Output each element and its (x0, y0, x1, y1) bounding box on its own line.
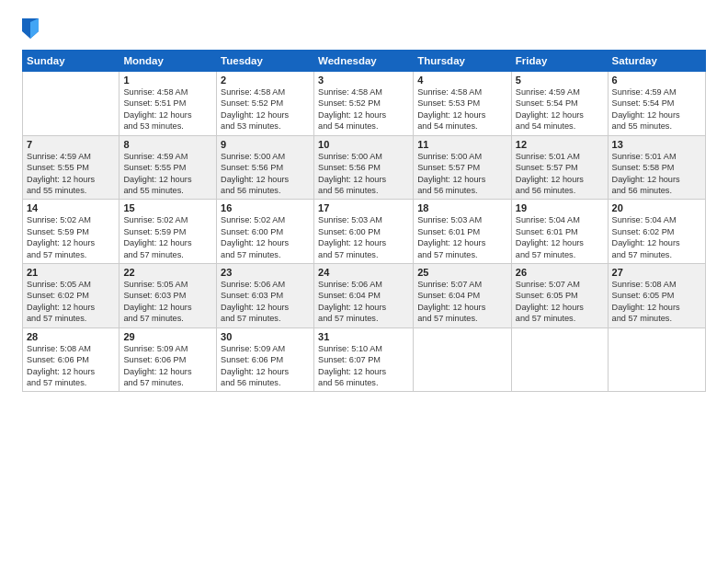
calendar-day-cell: 19Sunrise: 5:04 AM Sunset: 6:01 PM Dayli… (511, 200, 608, 264)
calendar-day-cell: 9Sunrise: 5:00 AM Sunset: 5:56 PM Daylig… (217, 135, 314, 200)
day-number: 13 (612, 139, 701, 150)
day-number: 9 (221, 139, 310, 150)
day-info: Sunrise: 4:59 AM Sunset: 5:55 PM Dayligh… (27, 151, 115, 197)
page: Sunday Monday Tuesday Wednesday Thursday… (0, 0, 728, 563)
day-number: 12 (516, 139, 604, 150)
day-info: Sunrise: 5:04 AM Sunset: 6:01 PM Dayligh… (516, 214, 604, 260)
calendar-week-row: 14Sunrise: 5:02 AM Sunset: 5:59 PM Dayli… (23, 200, 706, 264)
day-number: 3 (318, 75, 409, 86)
day-info: Sunrise: 5:08 AM Sunset: 6:06 PM Dayligh… (27, 343, 115, 389)
day-number: 25 (417, 267, 507, 278)
day-number: 8 (123, 139, 212, 150)
day-info: Sunrise: 5:09 AM Sunset: 6:06 PM Dayligh… (221, 343, 310, 389)
calendar-day-cell: 30Sunrise: 5:09 AM Sunset: 6:06 PM Dayli… (217, 327, 314, 392)
calendar-day-cell: 16Sunrise: 5:02 AM Sunset: 6:00 PM Dayli… (217, 200, 314, 264)
day-info: Sunrise: 5:05 AM Sunset: 6:02 PM Dayligh… (27, 279, 115, 325)
day-number: 7 (27, 139, 115, 150)
day-number: 6 (612, 75, 701, 86)
day-number: 1 (123, 75, 212, 86)
day-info: Sunrise: 4:59 AM Sunset: 5:54 PM Dayligh… (612, 86, 701, 132)
calendar-day-cell: 21Sunrise: 5:05 AM Sunset: 6:02 PM Dayli… (23, 264, 119, 328)
calendar-day-cell (511, 327, 608, 392)
day-number: 4 (417, 75, 507, 86)
day-number: 21 (27, 267, 115, 278)
day-info: Sunrise: 5:01 AM Sunset: 5:57 PM Dayligh… (516, 151, 604, 197)
calendar-day-cell: 29Sunrise: 5:09 AM Sunset: 6:06 PM Dayli… (119, 327, 217, 392)
calendar-day-cell: 2Sunrise: 4:58 AM Sunset: 5:52 PM Daylig… (217, 72, 314, 136)
day-number: 26 (516, 267, 604, 278)
calendar-day-cell: 26Sunrise: 5:07 AM Sunset: 6:05 PM Dayli… (511, 264, 608, 328)
col-thursday: Thursday (414, 51, 512, 72)
logo (22, 18, 41, 39)
day-number: 20 (612, 202, 701, 213)
day-info: Sunrise: 5:07 AM Sunset: 6:04 PM Dayligh… (417, 279, 507, 325)
calendar-day-cell: 15Sunrise: 5:02 AM Sunset: 5:59 PM Dayli… (119, 200, 217, 264)
day-info: Sunrise: 4:58 AM Sunset: 5:52 PM Dayligh… (318, 86, 409, 132)
calendar-day-cell: 12Sunrise: 5:01 AM Sunset: 5:57 PM Dayli… (511, 135, 608, 200)
day-info: Sunrise: 5:02 AM Sunset: 5:59 PM Dayligh… (123, 214, 212, 260)
calendar-day-cell: 23Sunrise: 5:06 AM Sunset: 6:03 PM Dayli… (217, 264, 314, 328)
day-number: 14 (27, 202, 115, 213)
calendar-day-cell: 28Sunrise: 5:08 AM Sunset: 6:06 PM Dayli… (23, 327, 119, 392)
day-info: Sunrise: 4:58 AM Sunset: 5:53 PM Dayligh… (417, 86, 507, 132)
day-info: Sunrise: 5:09 AM Sunset: 6:06 PM Dayligh… (123, 343, 212, 389)
calendar-day-cell: 5Sunrise: 4:59 AM Sunset: 5:54 PM Daylig… (511, 72, 608, 136)
calendar-day-cell: 8Sunrise: 4:59 AM Sunset: 5:55 PM Daylig… (119, 135, 217, 200)
calendar-day-cell: 24Sunrise: 5:06 AM Sunset: 6:04 PM Dayli… (314, 264, 414, 328)
day-info: Sunrise: 5:04 AM Sunset: 6:02 PM Dayligh… (612, 214, 701, 260)
calendar-week-row: 21Sunrise: 5:05 AM Sunset: 6:02 PM Dayli… (23, 264, 706, 328)
col-tuesday: Tuesday (217, 51, 314, 72)
day-number: 28 (27, 331, 115, 342)
calendar-day-cell: 7Sunrise: 4:59 AM Sunset: 5:55 PM Daylig… (23, 135, 119, 200)
day-info: Sunrise: 5:03 AM Sunset: 6:01 PM Dayligh… (417, 214, 507, 260)
calendar-day-cell: 25Sunrise: 5:07 AM Sunset: 6:04 PM Dayli… (414, 264, 512, 328)
col-friday: Friday (511, 51, 608, 72)
day-info: Sunrise: 4:59 AM Sunset: 5:54 PM Dayligh… (516, 86, 604, 132)
day-number: 10 (318, 139, 409, 150)
day-info: Sunrise: 4:58 AM Sunset: 5:51 PM Dayligh… (123, 86, 212, 132)
calendar-day-cell (414, 327, 512, 392)
calendar-day-cell: 11Sunrise: 5:00 AM Sunset: 5:57 PM Dayli… (414, 135, 512, 200)
day-info: Sunrise: 5:01 AM Sunset: 5:58 PM Dayligh… (612, 151, 701, 197)
calendar-week-row: 1Sunrise: 4:58 AM Sunset: 5:51 PM Daylig… (23, 72, 706, 136)
calendar-day-cell: 20Sunrise: 5:04 AM Sunset: 6:02 PM Dayli… (608, 200, 705, 264)
calendar-table: Sunday Monday Tuesday Wednesday Thursday… (22, 50, 706, 392)
day-number: 31 (318, 331, 409, 342)
day-number: 18 (417, 202, 507, 213)
calendar-day-cell: 4Sunrise: 4:58 AM Sunset: 5:53 PM Daylig… (414, 72, 512, 136)
day-info: Sunrise: 5:10 AM Sunset: 6:07 PM Dayligh… (318, 343, 409, 389)
col-sunday: Sunday (23, 51, 119, 72)
col-wednesday: Wednesday (314, 51, 414, 72)
calendar-day-cell: 13Sunrise: 5:01 AM Sunset: 5:58 PM Dayli… (608, 135, 705, 200)
day-number: 23 (221, 267, 310, 278)
calendar-header-row: Sunday Monday Tuesday Wednesday Thursday… (23, 51, 706, 72)
col-saturday: Saturday (608, 51, 705, 72)
day-info: Sunrise: 5:03 AM Sunset: 6:00 PM Dayligh… (318, 214, 409, 260)
calendar-day-cell: 1Sunrise: 4:58 AM Sunset: 5:51 PM Daylig… (119, 72, 217, 136)
day-info: Sunrise: 5:00 AM Sunset: 5:56 PM Dayligh… (221, 151, 310, 197)
calendar-day-cell: 3Sunrise: 4:58 AM Sunset: 5:52 PM Daylig… (314, 72, 414, 136)
day-number: 17 (318, 202, 409, 213)
day-info: Sunrise: 5:06 AM Sunset: 6:03 PM Dayligh… (221, 279, 310, 325)
day-info: Sunrise: 5:02 AM Sunset: 6:00 PM Dayligh… (221, 214, 310, 260)
calendar-day-cell: 6Sunrise: 4:59 AM Sunset: 5:54 PM Daylig… (608, 72, 705, 136)
day-number: 16 (221, 202, 310, 213)
calendar-day-cell (608, 327, 705, 392)
header (22, 18, 706, 39)
calendar-week-row: 28Sunrise: 5:08 AM Sunset: 6:06 PM Dayli… (23, 327, 706, 392)
day-number: 24 (318, 267, 409, 278)
col-monday: Monday (119, 51, 217, 72)
calendar-day-cell: 27Sunrise: 5:08 AM Sunset: 6:05 PM Dayli… (608, 264, 705, 328)
day-number: 30 (221, 331, 310, 342)
day-info: Sunrise: 4:58 AM Sunset: 5:52 PM Dayligh… (221, 86, 310, 132)
calendar-day-cell: 22Sunrise: 5:05 AM Sunset: 6:03 PM Dayli… (119, 264, 217, 328)
logo-icon (22, 18, 39, 39)
day-number: 5 (516, 75, 604, 86)
calendar-day-cell: 10Sunrise: 5:00 AM Sunset: 5:56 PM Dayli… (314, 135, 414, 200)
day-number: 27 (612, 267, 701, 278)
day-info: Sunrise: 5:05 AM Sunset: 6:03 PM Dayligh… (123, 279, 212, 325)
day-info: Sunrise: 5:00 AM Sunset: 5:57 PM Dayligh… (417, 151, 507, 197)
day-info: Sunrise: 5:07 AM Sunset: 6:05 PM Dayligh… (516, 279, 604, 325)
day-number: 19 (516, 202, 604, 213)
calendar-day-cell: 14Sunrise: 5:02 AM Sunset: 5:59 PM Dayli… (23, 200, 119, 264)
